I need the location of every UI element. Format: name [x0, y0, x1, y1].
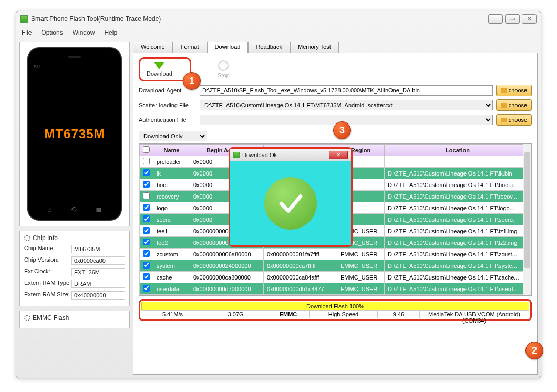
- success-check-icon: [264, 177, 317, 230]
- app-icon: [233, 152, 240, 158]
- row-checkbox[interactable]: [143, 192, 150, 199]
- partition-table: Name Begin Address End Address Region Lo…: [139, 143, 532, 296]
- window-controls: — ▭ ✕: [488, 14, 537, 24]
- download-agent-input[interactable]: [200, 85, 493, 96]
- download-icon: [154, 62, 164, 69]
- download-button[interactable]: Download: [147, 62, 172, 77]
- row-checkbox[interactable]: [143, 239, 150, 245]
- menu-file[interactable]: File: [22, 29, 32, 36]
- row-checkbox[interactable]: [143, 158, 150, 164]
- stop-icon: [218, 60, 229, 71]
- tab-download[interactable]: Download: [207, 42, 249, 53]
- progress-bar: Download Flash 100%: [141, 302, 529, 310]
- row-checkbox[interactable]: [143, 215, 150, 222]
- folder-icon: [501, 103, 507, 108]
- titlebar[interactable]: Smart Phone Flash Tool(Runtime Trace Mod…: [16, 11, 541, 27]
- row-checkbox[interactable]: [143, 227, 150, 234]
- progress-highlight: Download Flash 100% 5.41M/s 3.07G EMMC H…: [139, 299, 532, 321]
- callout-badge-2: 2: [525, 342, 543, 359]
- tab-memory-test[interactable]: Memory Test: [290, 42, 339, 53]
- choose-da-button[interactable]: choose: [496, 85, 532, 96]
- row-checkbox[interactable]: [143, 273, 150, 280]
- check-all[interactable]: [143, 146, 150, 153]
- dialog-close-button[interactable]: ✕: [329, 151, 348, 159]
- tab-readback[interactable]: Readback: [248, 42, 290, 53]
- tab-welcome[interactable]: Welcome: [133, 42, 173, 53]
- scatter-file-select[interactable]: D:\ZTE_A510\Custom\Lineage Os 14.1 FT\MT…: [200, 100, 493, 110]
- chip-label: MT6735M: [44, 127, 105, 141]
- progress-stats: 5.41M/s 3.07G EMMC High Speed 9:46 Media…: [141, 310, 529, 318]
- table-row[interactable]: zcustom0x0000000006a800000x0000000001fa7…: [140, 249, 531, 260]
- download-ok-dialog: Download Ok ✕: [229, 147, 353, 247]
- table-row[interactable]: cache0x00000000ca8000000x00000000ca84aff…: [140, 272, 531, 283]
- table-row[interactable]: userdata0x00000000d70000000x00000000db1c…: [140, 283, 531, 295]
- main-window: Smart Phone Flash Tool(Runtime Trace Mod…: [16, 11, 541, 378]
- stop-button[interactable]: Stop: [218, 60, 230, 78]
- choose-scatter-button[interactable]: choose: [496, 99, 532, 111]
- chip-info-panel: Chip Info Chip Name:MT6735M Chip Version…: [19, 231, 130, 306]
- row-checkbox[interactable]: [143, 285, 150, 292]
- download-mode-select[interactable]: Download Only: [139, 131, 207, 141]
- callout-badge-1: 1: [183, 72, 201, 90]
- emmc-flash-panel: EMMC Flash: [19, 311, 130, 328]
- folder-icon: [501, 88, 507, 93]
- app-icon: [20, 15, 28, 23]
- menu-window[interactable]: Window: [73, 29, 95, 36]
- table-scrollbar[interactable]: [523, 144, 531, 295]
- phone-preview: BM MT6735M ⌂⟲≣: [19, 42, 130, 226]
- menu-options[interactable]: Options: [41, 29, 63, 36]
- row-checkbox[interactable]: [143, 169, 150, 176]
- row-checkbox[interactable]: [143, 204, 150, 211]
- close-button[interactable]: ✕: [522, 14, 537, 24]
- choose-auth-button[interactable]: choose: [496, 114, 532, 126]
- gear-icon: [24, 315, 30, 321]
- tab-format[interactable]: Format: [173, 42, 207, 53]
- row-checkbox[interactable]: [143, 262, 150, 269]
- menubar: File Options Window Help: [16, 27, 541, 38]
- window-title: Smart Phone Flash Tool(Runtime Trace Mod…: [31, 15, 488, 23]
- row-checkbox[interactable]: [143, 250, 150, 257]
- tab-bar: Welcome Format Download Readback Memory …: [133, 42, 538, 53]
- callout-badge-3: 3: [333, 121, 351, 139]
- minimize-button[interactable]: —: [488, 14, 503, 24]
- folder-icon: [501, 118, 507, 122]
- row-checkbox[interactable]: [143, 181, 150, 188]
- gear-icon: [24, 235, 30, 241]
- maximize-button[interactable]: ▭: [505, 14, 520, 24]
- menu-help[interactable]: Help: [104, 29, 117, 36]
- table-row[interactable]: system0x00000000240000000x00000000ca7fff…: [140, 260, 531, 272]
